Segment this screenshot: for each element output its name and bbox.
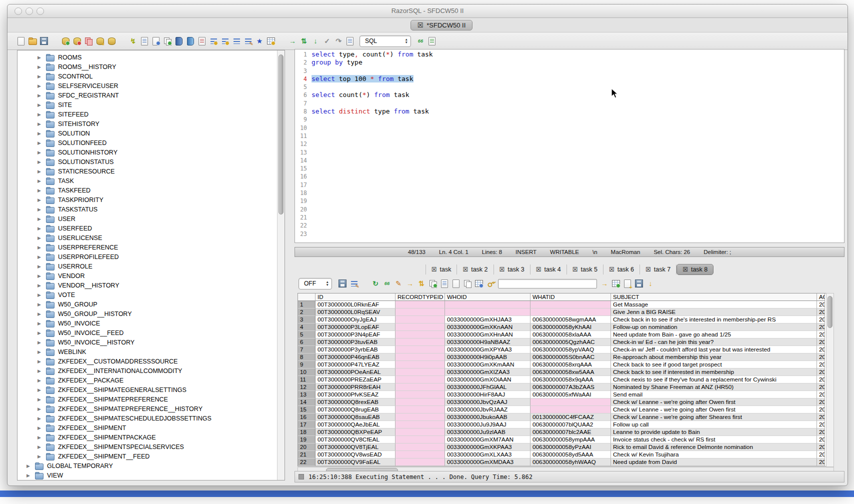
table-row[interactable]: 2000T3000000QV8TjEAL0033000000GmXKPAA300… [298, 444, 826, 451]
tree-item[interactable]: ▶WEBLINK [18, 347, 278, 356]
tree-item[interactable]: ▶USERROLE [18, 262, 278, 271]
disclosure-triangle-icon[interactable]: ▶ [26, 464, 31, 468]
tree-item[interactable]: ▶SFDC_REGISTRANT [18, 90, 278, 100]
rollback-icon[interactable]: ↷ [334, 36, 343, 46]
editor-line[interactable]: 13 [295, 148, 844, 156]
disclosure-triangle-icon[interactable]: ▶ [26, 473, 31, 478]
editor-line[interactable]: 17 [295, 181, 844, 189]
swap-statement-icon[interactable]: ⇅ [300, 36, 308, 46]
result-tab-task-4[interactable]: ☒task 4 [530, 264, 567, 274]
tree-item[interactable]: ▶W50_INVOICE [18, 318, 278, 328]
disclosure-triangle-icon[interactable]: ▶ [38, 350, 42, 354]
disclosure-triangle-icon[interactable]: ▶ [38, 55, 42, 60]
database-icon[interactable] [107, 36, 116, 46]
table-export-icon[interactable] [266, 36, 276, 46]
table-row[interactable]: 1400T3000000Q8rexEAB0033000000JbvQzAAJCh… [298, 398, 826, 406]
table-row[interactable]: 200T3000000L0RqSEAVGive Jenn a BIG RAISE… [298, 308, 826, 316]
connect-db-icon[interactable] [61, 36, 70, 46]
disclosure-triangle-icon[interactable]: ▶ [38, 102, 42, 108]
editor-line[interactable]: 20 [295, 206, 844, 214]
editor-line[interactable]: 14 [295, 156, 844, 164]
minimize-window-button[interactable] [26, 8, 33, 15]
disclosure-triangle-icon[interactable]: ▶ [38, 236, 42, 240]
close-tab-icon[interactable]: ☒ [682, 266, 688, 273]
column-header-RECORDTYPEID[interactable]: RECORDTYPEID [396, 294, 445, 301]
results-search-input[interactable] [498, 279, 597, 288]
history-list-icon[interactable] [198, 36, 206, 46]
result-tab-task-2[interactable]: ☒task 2 [457, 264, 494, 274]
format-sql-icon[interactable] [220, 36, 230, 46]
editor-line[interactable]: 6select count(*) from task [295, 91, 844, 99]
table-row[interactable]: 2100T3000000QV8wsEAD0033000000GmXLXAA300… [298, 451, 826, 458]
table-row[interactable]: 1100T3000000PREZaEAP0033000000GmXOiAAN00… [298, 376, 826, 384]
search-go-icon[interactable]: → [600, 279, 609, 288]
table-row[interactable]: 700T3000000P3yrbEAB0033000000GmXPYAA3006… [298, 346, 826, 354]
disclosure-triangle-icon[interactable]: ▶ [38, 93, 42, 98]
execute-all-icon[interactable] [140, 36, 149, 46]
sql-mode-select[interactable]: SQL ▲▼ [360, 36, 411, 47]
disclosure-triangle-icon[interactable]: ▶ [38, 454, 42, 459]
disclosure-triangle-icon[interactable]: ▶ [38, 426, 42, 430]
save-grid-icon[interactable] [634, 279, 644, 288]
tree-item[interactable]: ▶USER [18, 214, 278, 224]
new-db-icon[interactable] [96, 36, 104, 46]
close-tab-icon[interactable]: ☒ [418, 22, 424, 29]
editor-line[interactable]: 11 [295, 132, 844, 140]
disclosure-triangle-icon[interactable]: ▶ [38, 368, 42, 374]
primary-key-icon[interactable] [486, 279, 495, 288]
table-row[interactable]: 500T3000000P3N4pEAF0033000000GmXHnAAN006… [298, 331, 826, 338]
tree-item[interactable]: ▶TASKPRIORITY [18, 195, 278, 204]
tree-item[interactable]: ▶VIEW [18, 470, 278, 480]
grid-scrollbar-thumb[interactable] [828, 296, 832, 328]
tree-item[interactable]: ▶TASK [18, 176, 278, 186]
close-tab-icon[interactable]: ☒ [609, 266, 614, 273]
disclosure-triangle-icon[interactable]: ▶ [38, 406, 42, 412]
close-tab-icon[interactable]: ☒ [432, 266, 437, 273]
tree-item[interactable]: ▶SELFSERVICEUSER [18, 81, 278, 90]
favorites-star-icon[interactable]: ★ [255, 36, 264, 46]
align-icon[interactable] [232, 36, 241, 46]
close-tab-icon[interactable]: ☒ [536, 266, 542, 273]
editor-line[interactable]: 1select type, count(*) from task [295, 50, 844, 58]
disclosure-triangle-icon[interactable]: ▶ [38, 274, 42, 278]
editor-line[interactable]: 8select distinct type from task [295, 108, 844, 116]
tree-item[interactable]: ▶W50_INVOICE__FEED [18, 328, 278, 338]
tree-item[interactable]: ▶SITEHISTORY [18, 119, 278, 128]
result-tab-task-8[interactable]: ☒task 8 [676, 264, 714, 275]
disclosure-triangle-icon[interactable]: ▶ [38, 169, 42, 174]
tree-item[interactable]: ▶ZKFEDEX__SHIPMATEGENERALSETTINGS [18, 385, 278, 394]
disclosure-triangle-icon[interactable]: ▶ [38, 84, 42, 88]
disconnect-db-icon[interactable] [72, 36, 82, 46]
tree-item[interactable]: ▶ZKFEDEX__INTERNATIONALCOMMODITY [18, 366, 278, 376]
disclosure-triangle-icon[interactable]: ▶ [38, 140, 42, 146]
tree-item[interactable]: ▶SITEFEED [18, 110, 278, 119]
editor-line[interactable]: 10 [295, 124, 844, 132]
table-row[interactable]: 1000T3000000POeAnEAL0033000000GmXIZAA300… [298, 368, 826, 376]
table-row[interactable]: 1700T3000000QAeJbEAL0033000000Ju9J9AAJ00… [298, 421, 826, 428]
editor-line[interactable]: 5 [295, 83, 844, 91]
table-row[interactable]: 300T3000000OiyJgEAJ0033000000GmXHJAA3006… [298, 316, 826, 324]
tree-item[interactable]: ▶VENDOR__HISTORY [18, 280, 278, 290]
tree-item[interactable]: ▶ROOMS [18, 52, 278, 62]
table-row[interactable]: 1600T3000000Q8sauEAB0033000000JbukoAAB00… [298, 414, 826, 421]
limit-select[interactable]: OFF ▲▼ [298, 278, 332, 290]
editor-line[interactable]: 15 [295, 164, 844, 172]
table-row[interactable]: 600T3000000P3tuvEAB0033000000H9aNBAAZ006… [298, 338, 826, 346]
tree-scrollbar-thumb[interactable] [278, 54, 284, 214]
page-view-icon[interactable] [452, 279, 460, 288]
disclosure-triangle-icon[interactable]: ▶ [38, 74, 42, 79]
disclosure-triangle-icon[interactable]: ▶ [38, 264, 42, 269]
tree-item[interactable]: ▶SOLUTIONFEED [18, 138, 278, 148]
go-down-icon[interactable]: ↓ [311, 36, 320, 46]
tree-item[interactable]: ▶ZKFEDEX__CUSTOMADDRESSSOURCE [18, 356, 278, 366]
save-file-icon[interactable] [40, 36, 48, 46]
disclosure-triangle-icon[interactable]: ▶ [38, 178, 42, 184]
disclosure-triangle-icon[interactable]: ▶ [38, 330, 42, 336]
column-header-WHOID[interactable]: WHOID [445, 294, 530, 301]
disclosure-triangle-icon[interactable]: ▶ [38, 160, 42, 164]
add-notes-icon[interactable] [623, 279, 632, 288]
result-tab-task[interactable]: ☒task [426, 264, 458, 274]
tree-item[interactable]: ▶TASKSTATUS [18, 204, 278, 214]
disclosure-triangle-icon[interactable]: ▶ [38, 188, 42, 193]
tree-item[interactable]: ▶ZKFEDEX__PACKAGE [18, 376, 278, 385]
